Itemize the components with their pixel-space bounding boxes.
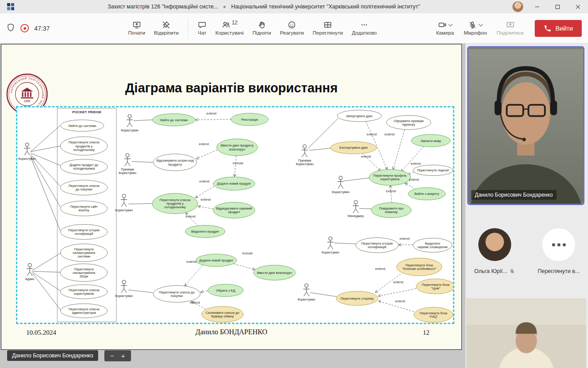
svg-text:Додати продукт дохолодильника: Додати продукт дохолодильника (70, 163, 99, 170)
participants-row: Ольга Юрії... Переглянути в... (465, 228, 588, 274)
start-button[interactable]: Почати (124, 18, 149, 38)
leave-button[interactable]: Вийти (535, 20, 582, 37)
participant-count-badge: 12 (232, 20, 238, 25)
unpin-button[interactable]: Відкріпити (150, 18, 183, 38)
account-avatar[interactable] (513, 1, 523, 12)
uml-edge (393, 130, 405, 170)
svg-text:Додати новий продукт: Додати новий продукт (199, 258, 234, 262)
uml-edge (378, 289, 416, 296)
toolbar-separator (188, 18, 188, 39)
uml-edge (185, 265, 203, 286)
usecase-node: Обрати з БД (208, 284, 243, 297)
view-button[interactable]: Переглянути (309, 18, 347, 38)
zoom-out-button[interactable]: − (110, 352, 114, 360)
uml-edge (308, 119, 338, 148)
usecase-node: Імпортувати дані (337, 110, 381, 122)
svg-text:Ввести дані власноруч: Ввести дані власноруч (257, 271, 292, 275)
edge-label: extend (385, 132, 395, 136)
edge-label: extend (199, 179, 210, 183)
uml-edge (134, 120, 152, 121)
usecase-node: Ввести дані власноруч (254, 265, 295, 280)
recording-indicator-icon (20, 24, 29, 32)
microphone-button[interactable]: Мікрофон (460, 18, 491, 38)
uml-edge (198, 206, 213, 209)
svg-text:Реєстрація: Реєстрація (241, 118, 258, 122)
usecase-node: Експортувати дані (330, 142, 377, 154)
participant-tile[interactable]: Переглянути в... (534, 228, 583, 274)
active-speaker-tile[interactable]: Данило Борисович Бондаренко (467, 46, 584, 205)
shared-screen: ХАРКІВСЬКИЙ ПОЛІТЕХНІЧНИЙ ІНСТИТУТ 1885 … (1, 44, 462, 350)
react-button[interactable]: Реагувати (276, 18, 308, 38)
camera-button[interactable]: Камера (432, 18, 458, 38)
use-case-diagram: POCKET FRIDGEУвійти до системиПереглянут… (16, 106, 454, 324)
svg-text:Користувач: Користувач (115, 208, 133, 212)
meeting-toolbar: 47:37 Почати Відкріпити Чат 12 Корис (0, 13, 588, 44)
app-logo-icon (7, 3, 14, 10)
edge-label: extend (201, 198, 211, 202)
toolbar-center: Почати Відкріпити Чат 12 Користувачі Пі (73, 18, 432, 39)
close-button[interactable] (568, 0, 588, 13)
uml-edge (201, 291, 208, 292)
edge-label: extend (186, 214, 196, 218)
participants-button[interactable]: 12 Користувачі (211, 18, 247, 38)
chevron-down-icon[interactable] (449, 22, 453, 27)
participant-video-tile[interactable] (466, 298, 586, 368)
slide-page-number: 12 (423, 329, 429, 336)
usecase-node: Переглянути блок"Ключові особливості" (397, 258, 442, 276)
svg-text:Користувач: Користувач (115, 294, 133, 298)
edge-label: extend (395, 299, 405, 303)
usecase-node: Увійти до системи (152, 114, 195, 126)
minimize-button[interactable] (527, 0, 547, 13)
svg-text:Переглянути списокадміністрато: Переглянути списокадміністраторів (68, 307, 99, 315)
usecase-node: ПереглянутиналаштуванняStripe (60, 264, 107, 281)
edge-label: extend (187, 260, 197, 264)
org-title: Національний технічний університет "Харк… (231, 4, 420, 10)
uml-edge (405, 183, 416, 190)
svg-text:ПреміумКористувач: ПреміумКористувач (296, 158, 314, 166)
toolbar-right: Камера Мікрофон Поділитися Вийти (432, 18, 582, 38)
maximize-button[interactable] (547, 0, 568, 13)
usecase-node: Переглянути списокдо покупки (60, 180, 107, 195)
screen-share-icon (132, 20, 141, 29)
chevron-down-icon[interactable] (479, 22, 483, 27)
svg-text:Користувач: Користувач (121, 128, 139, 132)
edge-label: extend, (375, 267, 386, 271)
raise-hand-button[interactable]: Підняти (249, 18, 275, 38)
edge-label: extend (199, 142, 209, 146)
share-button[interactable]: Поділитися (493, 18, 527, 38)
uml-edge (309, 148, 331, 150)
more-button[interactable]: Додатково (348, 18, 381, 38)
participant-video (466, 298, 586, 368)
usecase-node: Переглянути блок"Ціни" (416, 279, 453, 294)
svg-text:Вийти з акаунту: Вийти з акаунту (414, 192, 439, 196)
usecase-node: Переглянути ліцензії (413, 165, 453, 176)
participant-tile[interactable]: Ольга Юрії... (470, 228, 519, 274)
zoom-in-button[interactable]: + (121, 352, 125, 360)
usecase-node: Переглянути список допокупки (153, 285, 200, 302)
edge-label: extend (400, 237, 410, 241)
zoom-control: − + (104, 350, 131, 361)
svg-text:Користувач: Користувач (332, 190, 350, 194)
chat-icon (198, 20, 207, 29)
security-shield-icon[interactable] (6, 23, 15, 34)
uml-edge (132, 162, 153, 162)
usecase-node: Переглянути профількористувача (369, 170, 411, 186)
usecase-node: Відсканувати штрих-кодпродукту (153, 154, 197, 171)
usecase-node: Переглянути сайтвізитку (60, 201, 107, 216)
meeting-title: Захист магістрів 126 "Інформаційні систе… (107, 4, 218, 10)
actor-figure: Користувач (115, 194, 133, 212)
usecase-node: Ввести дані продуктувласноруч (217, 139, 258, 156)
usecase-node: Видалити продукт (185, 225, 225, 237)
speaker-video (469, 47, 583, 204)
uml-edge (128, 290, 153, 293)
chat-button[interactable]: Чат (194, 18, 211, 38)
toolbar-left: 47:37 (6, 23, 73, 34)
usecase-node: Переглянути блок"FAQ" (414, 307, 453, 322)
svg-text:Адмін: Адмін (25, 277, 34, 281)
stage: ХАРКІВСЬКИЙ ПОЛІТЕХНІЧНИЙ ІНСТИТУТ 1885 … (0, 44, 465, 368)
usecase-node: Переглянути списокпродуктів ухолодильник… (60, 137, 107, 155)
actor-figure: ПреміумКористувач (296, 145, 314, 166)
svg-text:Переглянути блок"Ключові особл: Переглянути блок"Ключові особливості" (402, 263, 437, 271)
edge-label: extend (190, 301, 200, 305)
usecase-node: Додати новий продукт (213, 177, 255, 190)
